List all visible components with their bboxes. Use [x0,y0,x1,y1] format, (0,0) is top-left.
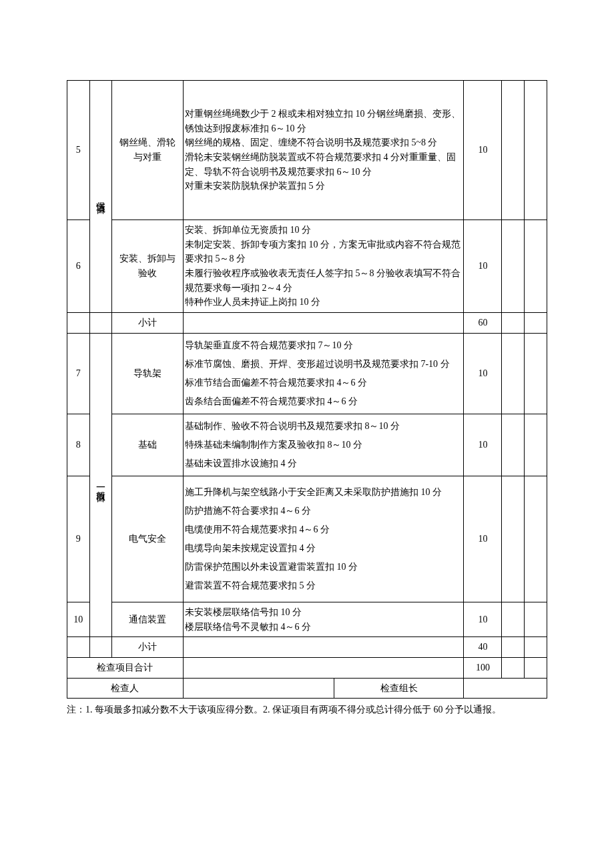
footnote: 注：1. 每项最多扣减分数不大于该项应得分数。2. 保证项目有两项不得分或总计得… [67,703,547,717]
table-row: 9 电气安全 施工升降机与架空线路小于安全距离又未采取防护措施扣 10 分 防护… [67,476,547,602]
desc-line: 未履行验收程序或验收表无责任人签字扣 5～8 分验收表填写不符合规范要求每一项扣… [185,266,462,295]
desc-line: 钢丝绳的规格、固定、缠绕不符合说明书及规范要求扣 5~8 分 [185,135,462,150]
category-cell: 保证项目 [89,81,112,313]
inspector-label: 检查人 [67,678,184,699]
blank-cell [502,220,525,313]
blank-cell [525,602,547,636]
blank-cell [525,637,547,658]
blank-cell [502,657,525,678]
total-label: 检查项目合计 [67,657,184,678]
subtotal-label: 小计 [112,313,183,334]
table-row: 8 基础 基础制作、验收不符合说明书及规范要求扣 8～10 分 特殊基础未编制制… [67,414,547,476]
desc-line: 电缆导向架未按规定设置扣 4 分 [185,539,462,558]
blank-cell [502,333,525,414]
item-desc: 未安装楼层联络信号扣 10 分 楼层联络信号不灵敏扣 4～6 分 [183,602,463,636]
blank-cell [525,414,547,476]
blank-cell [502,81,525,220]
score-cell: 10 [464,333,502,414]
blank-cell [502,637,525,658]
desc-line: 安装、拆卸单位无资质扣 10 分 [185,223,462,238]
blank-cell [525,313,547,334]
table-row: 5 保证项目 钢丝绳、滑轮与对重 对重钢丝绳绳数少于 2 根或未相对独立扣 10… [67,81,547,220]
blank-cell [67,637,90,658]
blank-cell [525,333,547,414]
inspector-value [183,678,334,699]
item-name: 安装、拆卸与验收 [112,220,183,313]
document-page: 5 保证项目 钢丝绳、滑轮与对重 对重钢丝绳绳数少于 2 根或未相对独立扣 10… [0,0,614,743]
blank-cell [502,313,525,334]
score-cell: 10 [464,602,502,636]
teamlead-label: 检查组长 [334,678,464,699]
blank-cell [183,313,463,334]
desc-line: 特种作业人员未持证上岗扣 10 分 [185,295,462,310]
table-row: 7 一般项目 导轨架 导轨架垂直度不符合规范要求扣 7～10 分 标准节腐蚀、磨… [67,333,547,414]
subtotal-row: 小计 40 [67,637,547,658]
desc-line: 防雷保护范围以外未设置避雷装置扣 10 分 [185,558,462,576]
blank-cell [89,637,112,658]
blank-cell [525,220,547,313]
row-number: 6 [67,220,90,313]
table-row: 6 安装、拆卸与验收 安装、拆卸单位无资质扣 10 分 未制定安装、拆卸专项方案… [67,220,547,313]
category-label: 一般项目 [93,482,108,488]
row-number: 10 [67,602,90,636]
signature-row: 检查人 检查组长 [67,678,547,699]
blank-cell [183,637,463,658]
total-row: 检查项目合计 100 [67,657,547,678]
blank-cell [89,313,112,334]
desc-line: 对重未安装防脱轨保护装置扣 5 分 [185,179,462,193]
desc-line: 施工升降机与架空线路小于安全距离又未采取防护措施扣 10 分 [185,483,462,502]
desc-line: 导轨架垂直度不符合规范要求扣 7～10 分 [185,336,462,355]
desc-line: 齿条结合面偏差不符合规范要求扣 4～6 分 [185,392,462,411]
item-name: 通信装置 [112,602,183,636]
blank-cell [502,602,525,636]
subtotal-value: 40 [464,637,502,658]
item-desc: 导轨架垂直度不符合规范要求扣 7～10 分 标准节腐蚀、磨损、开焊、变形超过说明… [183,333,463,414]
desc-line: 楼层联络信号不灵敏扣 4～6 分 [185,620,462,634]
desc-line: 基础未设置排水设施扣 4 分 [185,454,462,473]
item-name: 电气安全 [112,476,183,602]
blank-cell [67,313,90,334]
desc-line: 特殊基础未编制制作方案及验收扣 8～10 分 [185,436,462,454]
score-cell: 10 [464,414,502,476]
score-cell: 10 [464,81,502,220]
desc-line: 未制定安装、拆卸专项方案扣 10 分，方案无审批或内容不符合规范要求扣 5～8 … [185,238,462,266]
subtotal-label: 小计 [112,637,183,658]
desc-line: 电缆使用不符合规范要求扣 4～6 分 [185,520,462,539]
item-desc: 对重钢丝绳绳数少于 2 根或未相对独立扣 10 分钢丝绳磨损、变形、锈蚀达到报废… [183,81,463,220]
blank-cell [525,476,547,602]
desc-line: 滑轮未安装钢丝绳防脱装置或不符合规范要求扣 4 分对重重量、固定、导轨不符合说明… [185,150,462,179]
score-cell: 10 [464,476,502,602]
blank-cell [502,476,525,602]
blank-cell [502,414,525,476]
total-value: 100 [464,657,502,678]
item-name: 基础 [112,414,183,476]
item-name: 导轨架 [112,333,183,414]
subtotal-row: 小计 60 [67,313,547,334]
item-desc: 基础制作、验收不符合说明书及规范要求扣 8～10 分 特殊基础未编制制作方案及验… [183,414,463,476]
blank-cell [525,81,547,220]
teamlead-value [464,678,547,699]
desc-line: 避雷装置不符合规范要求扣 5 分 [185,576,462,595]
score-cell: 10 [464,220,502,313]
subtotal-value: 60 [464,313,502,334]
desc-line: 未安装楼层联络信号扣 10 分 [185,605,462,620]
blank-cell [183,657,463,678]
category-label: 保证项目 [93,194,108,199]
row-number: 5 [67,81,90,220]
desc-line: 标准节腐蚀、磨损、开焊、变形超过说明书及规范要求扣 7-10 分 [185,355,462,374]
item-desc: 施工升降机与架空线路小于安全距离又未采取防护措施扣 10 分 防护措施不符合要求… [183,476,463,602]
table-row: 10 通信装置 未安装楼层联络信号扣 10 分 楼层联络信号不灵敏扣 4～6 分… [67,602,547,636]
row-number: 8 [67,414,90,476]
category-cell: 一般项目 [89,333,112,636]
desc-line: 基础制作、验收不符合说明书及规范要求扣 8～10 分 [185,417,462,436]
inspection-table: 5 保证项目 钢丝绳、滑轮与对重 对重钢丝绳绳数少于 2 根或未相对独立扣 10… [67,80,547,699]
row-number: 9 [67,476,90,602]
item-desc: 安装、拆卸单位无资质扣 10 分 未制定安装、拆卸专项方案扣 10 分，方案无审… [183,220,463,313]
desc-line: 对重钢丝绳绳数少于 2 根或未相对独立扣 10 分钢丝绳磨损、变形、锈蚀达到报废… [185,107,462,135]
item-name: 钢丝绳、滑轮与对重 [112,81,183,220]
desc-line: 标准节结合面偏差不符合规范要求扣 4～6 分 [185,374,462,392]
blank-cell [525,657,547,678]
desc-line: 防护措施不符合要求扣 4～6 分 [185,502,462,520]
row-number: 7 [67,333,90,414]
